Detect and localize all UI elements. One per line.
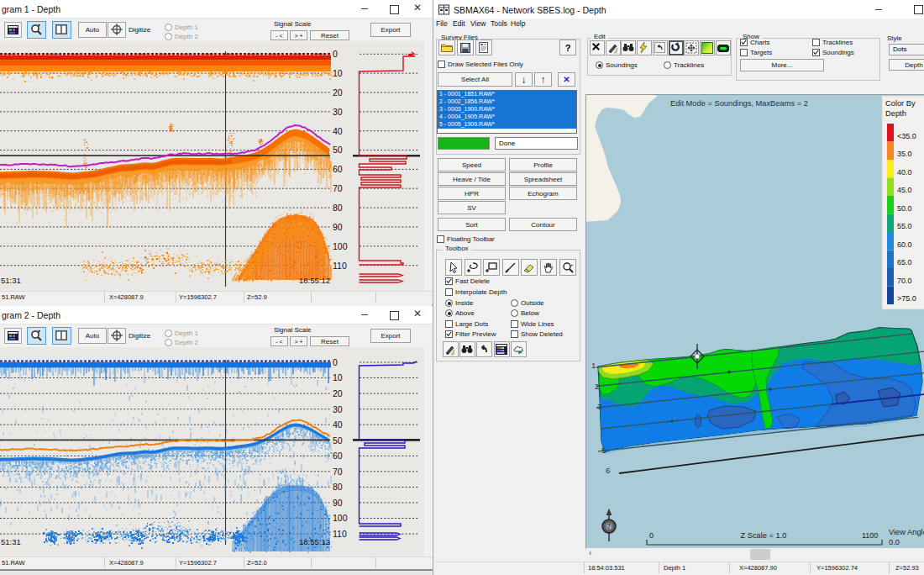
- svg-text:0: 0: [649, 531, 654, 540]
- svg-text:90: 90: [333, 222, 343, 232]
- svg-text:10: 10: [333, 68, 343, 78]
- svg-text:40.0: 40.0: [897, 168, 912, 177]
- svg-text:Depth: Depth: [885, 109, 906, 118]
- svg-text:70.0: 70.0: [897, 277, 912, 285]
- svg-text:110: 110: [333, 529, 347, 539]
- svg-text:30: 30: [333, 404, 343, 414]
- svg-text:10: 10: [333, 372, 343, 382]
- svg-text:90: 90: [333, 498, 343, 508]
- svg-text:80: 80: [333, 482, 343, 492]
- svg-text:35.0: 35.0: [897, 150, 912, 158]
- svg-text:70: 70: [333, 183, 343, 193]
- svg-text:80: 80: [333, 203, 343, 213]
- svg-text:0: 0: [333, 49, 338, 59]
- svg-text:30: 30: [333, 107, 343, 117]
- svg-text:+: +: [570, 262, 574, 267]
- svg-text:20: 20: [333, 388, 343, 398]
- svg-text:110: 110: [333, 261, 347, 271]
- svg-text:60.0: 60.0: [897, 240, 912, 249]
- svg-text:5: 5: [601, 446, 606, 455]
- svg-text:51:31: 51:31: [1, 537, 21, 546]
- svg-text:70: 70: [333, 467, 343, 477]
- svg-text:6: 6: [606, 466, 610, 475]
- svg-text:18:55:12: 18:55:12: [299, 276, 330, 285]
- svg-text:N: N: [606, 523, 612, 530]
- svg-text:2: 2: [595, 382, 599, 391]
- svg-text:50: 50: [333, 145, 343, 155]
- svg-text:Edit Mode = Soundings, MaxBeam: Edit Mode = Soundings, MaxBeams = 2: [670, 99, 808, 108]
- svg-text:100: 100: [333, 513, 348, 523]
- svg-text:50.0: 50.0: [897, 204, 912, 213]
- svg-text:<35.0: <35.0: [897, 132, 916, 140]
- svg-text:45.0: 45.0: [897, 186, 912, 194]
- svg-text:65.0: 65.0: [897, 258, 912, 266]
- svg-text:1: 1: [591, 361, 596, 370]
- svg-text:1100: 1100: [862, 531, 878, 540]
- svg-text:View Angle: View Angle: [889, 528, 924, 536]
- svg-text:18:55:12: 18:55:12: [299, 537, 330, 546]
- svg-text:60: 60: [333, 164, 343, 174]
- svg-text:55.0: 55.0: [897, 222, 912, 230]
- svg-text:100: 100: [333, 241, 348, 251]
- svg-text:50: 50: [333, 435, 343, 446]
- svg-text:0.0: 0.0: [889, 538, 900, 546]
- svg-text:Color By: Color By: [885, 99, 916, 108]
- svg-text:40: 40: [333, 419, 343, 430]
- svg-text:60: 60: [333, 451, 343, 461]
- svg-text:40: 40: [333, 126, 343, 136]
- svg-text:20: 20: [333, 87, 343, 98]
- svg-text:51:31: 51:31: [1, 276, 21, 285]
- svg-text:3: 3: [597, 402, 601, 411]
- svg-text:>75.0: >75.0: [897, 294, 916, 303]
- svg-text:Z Scale = 1.0: Z Scale = 1.0: [740, 531, 786, 540]
- svg-text:0: 0: [333, 357, 338, 367]
